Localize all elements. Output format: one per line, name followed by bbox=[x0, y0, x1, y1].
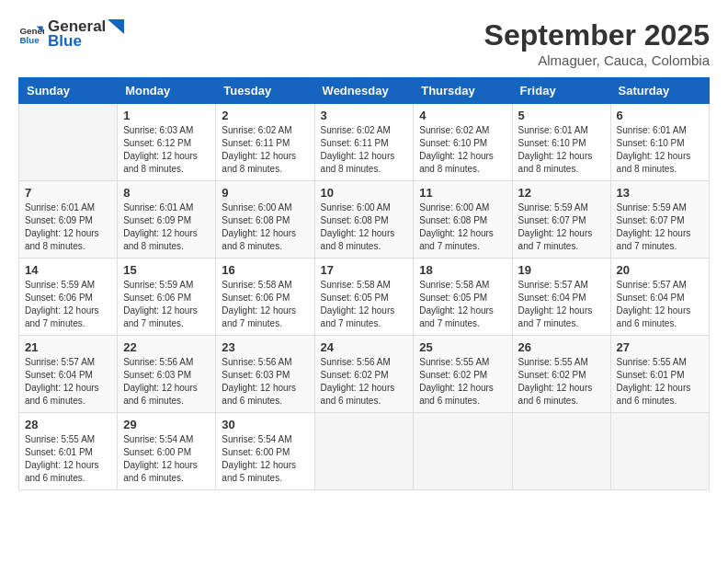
logo-arrow bbox=[108, 19, 124, 34]
day-number: 16 bbox=[222, 263, 308, 277]
month-title: September 2025 bbox=[484, 18, 710, 52]
calendar-cell: 29Sunrise: 5:54 AM Sunset: 6:00 PM Dayli… bbox=[118, 413, 216, 490]
location-title: Almaguer, Cauca, Colombia bbox=[484, 52, 710, 68]
calendar-cell: 3Sunrise: 6:02 AM Sunset: 6:11 PM Daylig… bbox=[314, 104, 414, 181]
logo: General Blue General Blue bbox=[18, 18, 124, 50]
header-tuesday: Tuesday bbox=[216, 78, 314, 104]
calendar-header-row: SundayMondayTuesdayWednesdayThursdayFrid… bbox=[19, 78, 710, 104]
calendar-cell: 21Sunrise: 5:57 AM Sunset: 6:04 PM Dayli… bbox=[19, 336, 118, 413]
calendar-cell: 2Sunrise: 6:02 AM Sunset: 6:11 PM Daylig… bbox=[216, 104, 314, 181]
calendar-cell bbox=[610, 413, 709, 490]
day-info: Sunrise: 5:56 AM Sunset: 6:03 PM Dayligh… bbox=[222, 356, 308, 408]
day-info: Sunrise: 6:00 AM Sunset: 6:08 PM Dayligh… bbox=[419, 201, 506, 253]
calendar-cell: 12Sunrise: 5:59 AM Sunset: 6:07 PM Dayli… bbox=[512, 181, 610, 259]
calendar-cell: 7Sunrise: 6:01 AM Sunset: 6:09 PM Daylig… bbox=[19, 181, 118, 259]
day-info: Sunrise: 6:03 AM Sunset: 6:12 PM Dayligh… bbox=[123, 124, 210, 176]
calendar-table: SundayMondayTuesdayWednesdayThursdayFrid… bbox=[18, 77, 710, 490]
calendar-cell: 10Sunrise: 6:00 AM Sunset: 6:08 PM Dayli… bbox=[314, 181, 414, 259]
calendar-cell: 16Sunrise: 5:58 AM Sunset: 6:06 PM Dayli… bbox=[216, 259, 314, 336]
day-info: Sunrise: 5:54 AM Sunset: 6:00 PM Dayligh… bbox=[123, 433, 210, 485]
day-number: 9 bbox=[222, 186, 308, 200]
calendar-week-2: 7Sunrise: 6:01 AM Sunset: 6:09 PM Daylig… bbox=[19, 181, 710, 259]
day-number: 10 bbox=[321, 186, 408, 200]
calendar-week-4: 21Sunrise: 5:57 AM Sunset: 6:04 PM Dayli… bbox=[19, 336, 710, 413]
day-info: Sunrise: 6:01 AM Sunset: 6:09 PM Dayligh… bbox=[123, 201, 210, 253]
calendar-cell: 4Sunrise: 6:02 AM Sunset: 6:10 PM Daylig… bbox=[414, 104, 512, 181]
day-number: 23 bbox=[222, 340, 308, 354]
calendar-week-3: 14Sunrise: 5:59 AM Sunset: 6:06 PM Dayli… bbox=[19, 259, 710, 336]
header-saturday: Saturday bbox=[610, 78, 709, 104]
day-number: 17 bbox=[321, 263, 408, 277]
day-number: 21 bbox=[25, 340, 111, 354]
day-number: 1 bbox=[123, 109, 210, 122]
day-info: Sunrise: 6:02 AM Sunset: 6:11 PM Dayligh… bbox=[321, 124, 408, 176]
day-number: 8 bbox=[123, 186, 210, 200]
day-number: 13 bbox=[617, 186, 703, 200]
svg-text:Blue: Blue bbox=[19, 35, 40, 45]
header-monday: Monday bbox=[118, 78, 216, 104]
day-number: 24 bbox=[321, 340, 408, 354]
calendar-cell: 22Sunrise: 5:56 AM Sunset: 6:03 PM Dayli… bbox=[118, 336, 216, 413]
calendar-cell: 27Sunrise: 5:55 AM Sunset: 6:01 PM Dayli… bbox=[610, 336, 709, 413]
day-info: Sunrise: 5:54 AM Sunset: 6:00 PM Dayligh… bbox=[222, 433, 308, 485]
day-info: Sunrise: 6:01 AM Sunset: 6:10 PM Dayligh… bbox=[617, 124, 703, 176]
day-info: Sunrise: 5:57 AM Sunset: 6:04 PM Dayligh… bbox=[617, 279, 703, 330]
day-info: Sunrise: 6:02 AM Sunset: 6:10 PM Dayligh… bbox=[419, 124, 506, 176]
calendar-cell: 26Sunrise: 5:55 AM Sunset: 6:02 PM Dayli… bbox=[512, 336, 610, 413]
calendar-cell: 25Sunrise: 5:55 AM Sunset: 6:02 PM Dayli… bbox=[414, 336, 512, 413]
day-number: 3 bbox=[321, 109, 408, 122]
calendar-cell bbox=[314, 413, 414, 490]
calendar-cell: 20Sunrise: 5:57 AM Sunset: 6:04 PM Dayli… bbox=[610, 259, 709, 336]
calendar-cell: 24Sunrise: 5:56 AM Sunset: 6:02 PM Dayli… bbox=[314, 336, 414, 413]
day-number: 22 bbox=[123, 340, 210, 354]
day-info: Sunrise: 5:59 AM Sunset: 6:07 PM Dayligh… bbox=[518, 201, 605, 253]
day-number: 30 bbox=[222, 418, 308, 431]
day-number: 27 bbox=[617, 340, 703, 354]
day-info: Sunrise: 5:59 AM Sunset: 6:07 PM Dayligh… bbox=[617, 201, 703, 253]
day-info: Sunrise: 5:55 AM Sunset: 6:01 PM Dayligh… bbox=[617, 356, 703, 408]
page-header: General Blue General Blue September 2025… bbox=[18, 18, 710, 68]
day-number: 15 bbox=[123, 263, 210, 277]
calendar-cell: 11Sunrise: 6:00 AM Sunset: 6:08 PM Dayli… bbox=[414, 181, 512, 259]
day-number: 19 bbox=[518, 263, 605, 277]
calendar-cell: 23Sunrise: 5:56 AM Sunset: 6:03 PM Dayli… bbox=[216, 336, 314, 413]
calendar-body: 1Sunrise: 6:03 AM Sunset: 6:12 PM Daylig… bbox=[19, 104, 710, 490]
day-info: Sunrise: 5:55 AM Sunset: 6:01 PM Dayligh… bbox=[25, 433, 111, 485]
svg-marker-3 bbox=[108, 19, 124, 34]
calendar-cell: 18Sunrise: 5:58 AM Sunset: 6:05 PM Dayli… bbox=[414, 259, 512, 336]
day-number: 12 bbox=[518, 186, 605, 200]
calendar-cell: 14Sunrise: 5:59 AM Sunset: 6:06 PM Dayli… bbox=[19, 259, 118, 336]
calendar-cell: 6Sunrise: 6:01 AM Sunset: 6:10 PM Daylig… bbox=[610, 104, 709, 181]
calendar-week-1: 1Sunrise: 6:03 AM Sunset: 6:12 PM Daylig… bbox=[19, 104, 710, 181]
calendar-cell: 30Sunrise: 5:54 AM Sunset: 6:00 PM Dayli… bbox=[216, 413, 314, 490]
day-number: 5 bbox=[518, 109, 605, 122]
calendar-cell: 8Sunrise: 6:01 AM Sunset: 6:09 PM Daylig… bbox=[118, 181, 216, 259]
day-info: Sunrise: 5:56 AM Sunset: 6:02 PM Dayligh… bbox=[321, 356, 408, 408]
day-info: Sunrise: 5:57 AM Sunset: 6:04 PM Dayligh… bbox=[518, 279, 605, 330]
day-info: Sunrise: 5:58 AM Sunset: 6:05 PM Dayligh… bbox=[321, 279, 408, 330]
day-info: Sunrise: 5:59 AM Sunset: 6:06 PM Dayligh… bbox=[25, 279, 111, 330]
calendar-week-5: 28Sunrise: 5:55 AM Sunset: 6:01 PM Dayli… bbox=[19, 413, 710, 490]
calendar-cell: 1Sunrise: 6:03 AM Sunset: 6:12 PM Daylig… bbox=[118, 104, 216, 181]
day-info: Sunrise: 5:58 AM Sunset: 6:05 PM Dayligh… bbox=[419, 279, 506, 330]
logo-icon: General Blue bbox=[18, 21, 44, 47]
header-sunday: Sunday bbox=[19, 78, 118, 104]
header-thursday: Thursday bbox=[414, 78, 512, 104]
calendar-cell: 15Sunrise: 5:59 AM Sunset: 6:06 PM Dayli… bbox=[118, 259, 216, 336]
day-number: 28 bbox=[25, 418, 111, 431]
day-number: 6 bbox=[617, 109, 703, 122]
day-info: Sunrise: 6:00 AM Sunset: 6:08 PM Dayligh… bbox=[321, 201, 408, 253]
day-number: 7 bbox=[25, 186, 111, 200]
day-number: 11 bbox=[419, 186, 506, 200]
header-wednesday: Wednesday bbox=[314, 78, 414, 104]
header-friday: Friday bbox=[512, 78, 610, 104]
day-info: Sunrise: 5:55 AM Sunset: 6:02 PM Dayligh… bbox=[518, 356, 605, 408]
calendar-cell: 19Sunrise: 5:57 AM Sunset: 6:04 PM Dayli… bbox=[512, 259, 610, 336]
calendar-cell: 17Sunrise: 5:58 AM Sunset: 6:05 PM Dayli… bbox=[314, 259, 414, 336]
day-info: Sunrise: 5:56 AM Sunset: 6:03 PM Dayligh… bbox=[123, 356, 210, 408]
day-number: 25 bbox=[419, 340, 506, 354]
day-number: 2 bbox=[222, 109, 308, 122]
day-info: Sunrise: 6:02 AM Sunset: 6:11 PM Dayligh… bbox=[222, 124, 308, 176]
day-info: Sunrise: 5:59 AM Sunset: 6:06 PM Dayligh… bbox=[123, 279, 210, 330]
day-number: 26 bbox=[518, 340, 605, 354]
